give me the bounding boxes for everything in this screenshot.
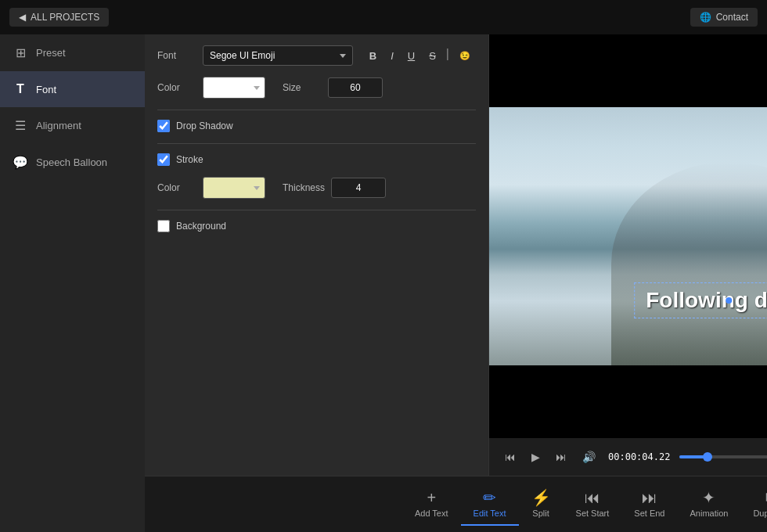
toolbar-duplicate[interactable]: ⧉ Duplicate — [740, 483, 767, 526]
split-label: Split — [532, 509, 549, 518]
video-container: Following down ⏮ ▶ ⏭ 🔊 00:00:04.22 — [489, 34, 767, 476]
skip-forward-button[interactable]: ⏭ — [553, 448, 570, 466]
drop-shadow-row: Drop Shadow — [157, 117, 476, 135]
toolbar-edit-text[interactable]: ✏ Edit Text — [461, 483, 519, 526]
bottom-toolbar: + Add Text ✏ Edit Text ⚡ Split ⏮ Set Sta… — [145, 476, 767, 532]
stroke-color-picker[interactable] — [203, 177, 265, 199]
stroke-color-swatch — [208, 181, 250, 195]
contact-button[interactable]: 🌐 Contact — [690, 8, 758, 27]
sidebar-label-font: Font — [36, 84, 56, 95]
color-dropdown-arrow — [254, 86, 260, 90]
underline-button[interactable]: U — [402, 47, 420, 65]
progress-bar[interactable] — [679, 455, 767, 458]
alignment-icon: ☰ — [13, 118, 28, 133]
top-bar: ◀ ALL PROJECTS 🌐 Contact — [0, 0, 767, 34]
set-end-label: Set End — [634, 509, 664, 518]
drop-shadow-checkbox[interactable] — [157, 120, 170, 132]
stroke-color-row: Color Thickness — [157, 177, 476, 199]
back-label: ALL PROJECTS — [31, 12, 99, 23]
color-picker[interactable] — [203, 77, 265, 99]
skip-back-button[interactable]: ⏮ — [502, 448, 519, 466]
toolbar-set-end[interactable]: ⏭ Set End — [621, 483, 677, 526]
stroke-color-dropdown-arrow — [254, 186, 260, 190]
video-frame: Following down — [489, 107, 767, 365]
contact-icon: 🌐 — [700, 12, 711, 23]
video-wrapper: Following down — [489, 34, 767, 438]
color-label: Color — [157, 82, 196, 93]
stroke-color-label: Color — [157, 182, 196, 193]
progress-thumb[interactable] — [703, 452, 712, 462]
font-settings-panel: Font Segoe UI Emoji B I U S | 😉 — [145, 34, 489, 476]
animation-label: Animation — [690, 509, 728, 518]
toolbar-split[interactable]: ⚡ Split — [519, 483, 564, 526]
duplicate-label: Duplicate — [753, 509, 767, 518]
edit-text-icon: ✏ — [483, 490, 496, 505]
sidebar-item-preset[interactable]: ⊞ Preset — [0, 34, 145, 71]
volume-button[interactable]: 🔊 — [579, 448, 599, 466]
subtitle-handle — [726, 297, 732, 304]
size-input[interactable] — [328, 77, 383, 98]
toolbar-set-start[interactable]: ⏮ Set Start — [564, 483, 622, 526]
set-end-icon: ⏭ — [642, 490, 657, 505]
sidebar-label-speech: Speech Balloon — [36, 156, 107, 168]
main-area: ⊞ Preset T Font ☰ Alignment 💬 Speech Bal… — [0, 34, 767, 532]
background-row: Background — [157, 217, 476, 235]
back-arrow-icon: ◀ — [19, 12, 26, 23]
add-text-icon: + — [427, 490, 436, 505]
split-icon: ⚡ — [531, 490, 551, 505]
font-label: Font — [157, 50, 196, 61]
sidebar-label-alignment: Alignment — [36, 120, 81, 131]
edit-text-label: Edit Text — [474, 509, 506, 518]
add-text-label: Add Text — [415, 509, 448, 518]
font-row: Font Segoe UI Emoji B I U S | 😉 — [157, 45, 476, 66]
background-checkbox[interactable] — [157, 220, 170, 232]
color-swatch — [208, 81, 250, 95]
contact-label: Contact — [716, 12, 748, 23]
play-button[interactable]: ▶ — [528, 448, 543, 466]
bold-button[interactable]: B — [364, 47, 382, 65]
set-start-icon: ⏮ — [585, 490, 600, 505]
subtitle-text: Following down — [646, 288, 767, 312]
font-select[interactable]: Segoe UI Emoji — [203, 45, 353, 66]
stroke-checkbox[interactable] — [157, 153, 170, 166]
sidebar-item-font[interactable]: T Font — [0, 71, 145, 107]
set-start-label: Set Start — [576, 509, 610, 518]
animation-icon: ✦ — [702, 490, 715, 505]
emoji-button[interactable]: 😉 — [454, 47, 476, 65]
thickness-label: Thickness — [283, 182, 325, 193]
preset-icon: ⊞ — [13, 45, 28, 60]
divider-1 — [157, 110, 476, 110]
subtitle-overlay: Following down — [634, 282, 767, 318]
italic-button[interactable]: I — [385, 47, 399, 65]
strikethrough-button[interactable]: S — [423, 47, 441, 65]
color-size-row: Color Size — [157, 77, 476, 99]
background-label: Background — [176, 221, 226, 232]
divider-2 — [157, 143, 476, 144]
drop-shadow-label: Drop Shadow — [176, 120, 233, 131]
stroke-label: Stroke — [176, 154, 203, 165]
toolbar-add-text[interactable]: + Add Text — [402, 483, 461, 526]
font-dropdown-arrow — [340, 54, 346, 58]
speech-icon: 💬 — [13, 155, 28, 170]
format-buttons: B I U S | 😉 — [364, 47, 476, 65]
time-current: 00:00:04.22 — [608, 451, 670, 462]
stroke-row: Stroke — [157, 150, 476, 169]
format-separator: | — [446, 47, 449, 65]
timeline-bar: ⏮ ▶ ⏭ 🔊 00:00:04.22 00:00:21.64 ⊡ 16:9 ⛶ — [489, 438, 767, 476]
sidebar-item-alignment[interactable]: ☰ Alignment — [0, 107, 145, 144]
left-sidebar: ⊞ Preset T Font ☰ Alignment 💬 Speech Bal… — [0, 34, 145, 532]
sidebar-item-speech[interactable]: 💬 Speech Balloon — [0, 144, 145, 181]
toolbar-animation[interactable]: ✦ Animation — [677, 483, 740, 526]
middle-row: Font Segoe UI Emoji B I U S | 😉 — [145, 34, 767, 476]
divider-3 — [157, 210, 476, 210]
font-icon: T — [13, 82, 28, 96]
thickness-input[interactable] — [331, 178, 386, 198]
size-label: Size — [283, 82, 322, 93]
back-button[interactable]: ◀ ALL PROJECTS — [9, 8, 109, 27]
font-value: Segoe UI Emoji — [210, 50, 275, 61]
sidebar-label-preset: Preset — [36, 47, 66, 59]
center-column: Font Segoe UI Emoji B I U S | 😉 — [145, 34, 767, 532]
